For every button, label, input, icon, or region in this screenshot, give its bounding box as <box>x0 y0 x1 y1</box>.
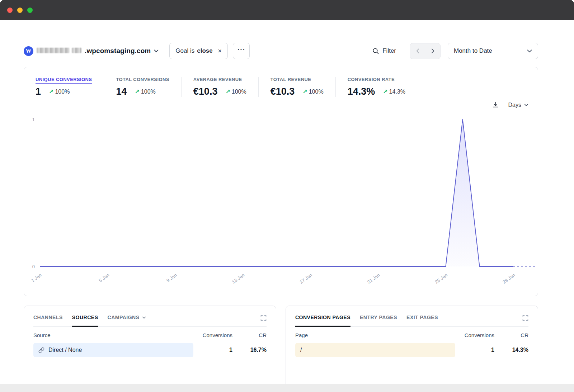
interval-select[interactable]: Days <box>508 102 528 108</box>
tab-channels[interactable]: CHANNELS <box>33 315 63 326</box>
metrics-row: UNIQUE CONVERSIONS 1 ↗100% TOTAL CONVERS… <box>24 67 538 97</box>
source-name: Direct / None <box>48 347 82 353</box>
tab-sources[interactable]: SOURCES <box>72 315 98 326</box>
chevron-down-icon <box>154 49 159 52</box>
metric-delta: 100% <box>309 89 324 95</box>
conversions-value: 1 <box>198 347 232 353</box>
more-horizontal-icon: ··· <box>237 46 245 53</box>
column-page: Page <box>295 332 460 338</box>
next-period-button[interactable] <box>425 43 440 59</box>
cr-value: 14.3% <box>494 347 528 353</box>
pages-table-header: Page Conversions CR <box>295 327 528 343</box>
chevron-down-icon <box>527 49 532 53</box>
metric-unique-conversions[interactable]: UNIQUE CONVERSIONS 1 ↗100% <box>36 77 104 97</box>
page-cell[interactable]: / <box>295 343 455 357</box>
window-bottom-edge <box>0 384 574 392</box>
svg-text:1 Jan: 1 Jan <box>30 272 43 283</box>
cr-value: 16.7% <box>232 347 267 353</box>
column-conversions: Conversions <box>460 332 494 338</box>
metric-delta: 100% <box>55 89 70 95</box>
tab-campaigns[interactable]: CAMPAIGNS <box>108 315 146 326</box>
redacted-site-name <box>72 48 81 53</box>
metric-total-conversions[interactable]: TOTAL CONVERSIONS 14 ↗100% <box>116 77 181 97</box>
svg-text:5 Jan: 5 Jan <box>98 272 110 283</box>
tab-exit-pages[interactable]: EXIT PAGES <box>406 315 438 326</box>
chevron-right-icon <box>431 48 434 53</box>
site-domain: .wpcomstaging.com <box>85 47 151 55</box>
metric-delta: 100% <box>232 89 246 95</box>
svg-text:21 Jan: 21 Jan <box>366 272 381 285</box>
download-icon[interactable] <box>492 101 499 108</box>
svg-text:25 Jan: 25 Jan <box>434 272 449 285</box>
conversions-overview-card: UNIQUE CONVERSIONS 1 ↗100% TOTAL CONVERS… <box>24 67 538 296</box>
column-conversions: Conversions <box>198 332 232 338</box>
traffic-lights <box>7 8 33 13</box>
metric-value: 14.3% <box>348 86 375 97</box>
filter-button[interactable]: Filter <box>372 47 396 55</box>
redacted-site-name <box>37 48 70 53</box>
metric-delta: 100% <box>141 89 156 95</box>
metric-conversion-rate[interactable]: CONVERSION RATE 14.3% ↗14.3% <box>348 77 417 97</box>
previous-period-button[interactable] <box>410 43 425 59</box>
page-path: / <box>300 347 302 353</box>
svg-text:17 Jan: 17 Jan <box>298 272 313 285</box>
toolbar: W .wpcomstaging.com Goal is close ✕ ··· … <box>24 42 538 60</box>
trend-up-icon: ↗ <box>49 88 53 95</box>
goal-filter-chip[interactable]: Goal is close ✕ <box>169 43 228 59</box>
sources-card: CHANNELS SOURCES CAMPAIGNS Source Conver… <box>24 306 276 392</box>
date-range-select[interactable]: Month to Date <box>448 43 538 59</box>
minimize-window-button[interactable] <box>17 8 23 13</box>
metric-value: €10.3 <box>270 86 295 97</box>
tab-entry-pages[interactable]: ENTRY PAGES <box>360 315 397 326</box>
sources-card-tabs: CHANNELS SOURCES CAMPAIGNS <box>33 315 267 327</box>
zoom-window-button[interactable] <box>27 8 33 13</box>
svg-text:29 Jan: 29 Jan <box>502 272 516 285</box>
chevron-down-icon <box>524 104 528 107</box>
wordpress-icon: W <box>24 46 33 56</box>
metric-value: €10.3 <box>193 86 218 97</box>
date-pager <box>410 43 441 59</box>
app-window: W .wpcomstaging.com Goal is close ✕ ··· … <box>0 0 574 392</box>
source-cell[interactable]: Direct / None <box>33 343 193 357</box>
table-row[interactable]: Direct / None 1 16.7% <box>33 343 267 357</box>
filter-label: Filter <box>382 47 396 55</box>
column-cr: CR <box>232 332 267 338</box>
trend-up-icon: ↗ <box>135 88 140 95</box>
search-icon <box>372 48 379 55</box>
sources-table-header: Source Conversions CR <box>33 327 267 343</box>
goal-chip-prefix: Goal is <box>175 47 194 55</box>
pages-card: CONVERSION PAGES ENTRY PAGES EXIT PAGES … <box>286 306 538 392</box>
chevron-left-icon <box>416 48 419 53</box>
remove-filter-icon[interactable]: ✕ <box>218 48 222 54</box>
trend-up-icon: ↗ <box>225 88 230 95</box>
column-cr: CR <box>494 332 528 338</box>
metric-value: 1 <box>36 86 41 97</box>
metric-total-revenue[interactable]: TOTAL REVENUE €10.3 ↗100% <box>270 77 336 97</box>
window-titlebar <box>0 0 574 20</box>
expand-icon[interactable] <box>522 315 528 321</box>
svg-text:0: 0 <box>32 264 35 269</box>
svg-text:1: 1 <box>32 117 35 122</box>
trend-up-icon: ↗ <box>383 88 387 95</box>
conversions-line-chart[interactable]: 011 Jan5 Jan9 Jan13 Jan17 Jan21 Jan25 Ja… <box>24 117 538 291</box>
conversions-value: 1 <box>460 347 494 353</box>
column-source: Source <box>33 332 198 338</box>
chart-controls: Days <box>492 101 528 108</box>
expand-icon[interactable] <box>260 315 267 321</box>
goal-chip-value: close <box>197 47 212 55</box>
svg-text:9 Jan: 9 Jan <box>165 272 178 283</box>
svg-text:13 Jan: 13 Jan <box>231 272 246 285</box>
interval-label: Days <box>508 102 521 108</box>
pages-card-tabs: CONVERSION PAGES ENTRY PAGES EXIT PAGES <box>295 315 528 327</box>
more-options-button[interactable]: ··· <box>233 43 250 59</box>
date-range-value: Month to Date <box>454 47 492 55</box>
metric-value: 14 <box>116 86 127 97</box>
site-selector[interactable]: W .wpcomstaging.com <box>24 46 159 56</box>
metric-delta: 14.3% <box>389 89 405 95</box>
trend-up-icon: ↗ <box>302 88 307 95</box>
table-row[interactable]: / 1 14.3% <box>295 343 528 357</box>
metric-average-revenue[interactable]: AVERAGE REVENUE €10.3 ↗100% <box>193 77 259 97</box>
chevron-down-icon <box>142 316 146 319</box>
close-window-button[interactable] <box>7 8 13 13</box>
tab-conversion-pages[interactable]: CONVERSION PAGES <box>295 315 350 326</box>
